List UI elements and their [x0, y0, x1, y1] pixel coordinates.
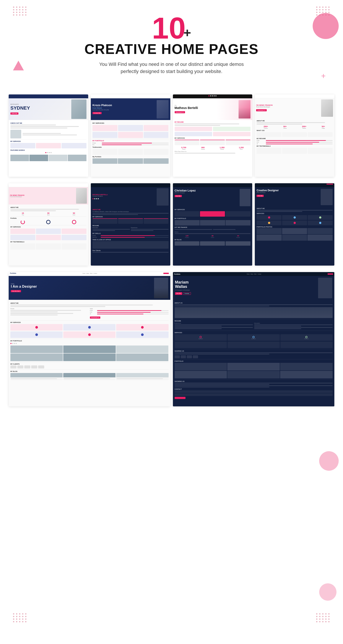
- screenshot-genic[interactable]: I'M GENIC FRANCIS Front End Developer Do…: [255, 94, 334, 177]
- screenshots-row-3: Portfolio Home About Work Contact Hello,…: [0, 272, 343, 415]
- screenshot-matheus-dark[interactable]: MATHEUS BERTELLI Creative Designer About…: [91, 183, 170, 266]
- screenshot-sydney[interactable]: BERNARD SYDNEY HIRE ME CHECK OUT ME: [9, 94, 88, 177]
- screenshot-designer[interactable]: Portfolio Home About Work Contact Hello,…: [9, 272, 170, 406]
- mock-navbar: [9, 183, 88, 187]
- mock-services-grid: [10, 143, 86, 148]
- mock-navbar: [9, 94, 88, 98]
- mock-navbar: Portfolio Home About Work Contact: [173, 272, 334, 276]
- screenshot-christian[interactable]: Christian Lopez Web/UX Designer Hire Me …: [173, 183, 252, 266]
- mock-hero: BERNARD SYDNEY HIRE ME: [9, 98, 88, 120]
- mock-portfolio-imgs: [10, 155, 86, 161]
- header-count-wrapper: 10+: [4, 13, 339, 43]
- header-count: 10: [152, 13, 186, 43]
- mock-navbar: Portfolio Home About Work Contact: [9, 272, 170, 276]
- screenshot-genic2[interactable]: I'M GENIC FRANCIS Front End Developer Ab…: [9, 183, 88, 266]
- dots-decoration-br: [316, 613, 330, 622]
- screenshot-creative-designer[interactable]: Creative Designer Web Developer Hire Me …: [255, 183, 334, 266]
- screenshots-row-2: I'M GENIC FRANCIS Front End Developer Ab…: [0, 183, 343, 272]
- portfolio-dots: [10, 342, 168, 345]
- mock-cta-btn: HIRE ME: [10, 112, 18, 114]
- header-section: 10+ Creative Home Pages You Will Find wh…: [0, 0, 343, 84]
- mock-navbar: [173, 183, 252, 187]
- decorative-circle-fixed: [319, 583, 336, 601]
- mock-navbar: [255, 183, 334, 187]
- mock-navbar: [255, 94, 334, 98]
- mock-navbar: [173, 94, 252, 98]
- decorative-circle-br: [319, 451, 339, 471]
- screenshot-mariam[interactable]: Portfolio Home About Work Contact Mariam…: [173, 272, 334, 406]
- mock-nav-dots: [10, 152, 86, 154]
- dots-decoration-bl: [13, 613, 27, 622]
- page-subtitle: You Will Find what you need in one of ou…: [4, 61, 339, 75]
- mock-navbar: [91, 183, 170, 187]
- screenshots-row-1: BERNARD SYDNEY HIRE ME CHECK OUT ME: [0, 88, 343, 183]
- screenshot-krozo[interactable]: Krozo Plakson Krozo Mission I am here 28…: [91, 94, 170, 177]
- screenshot-matheus[interactable]: I'm Matheus Bertelli Download CV My Resu…: [173, 94, 252, 177]
- mock-navbar: [91, 94, 170, 98]
